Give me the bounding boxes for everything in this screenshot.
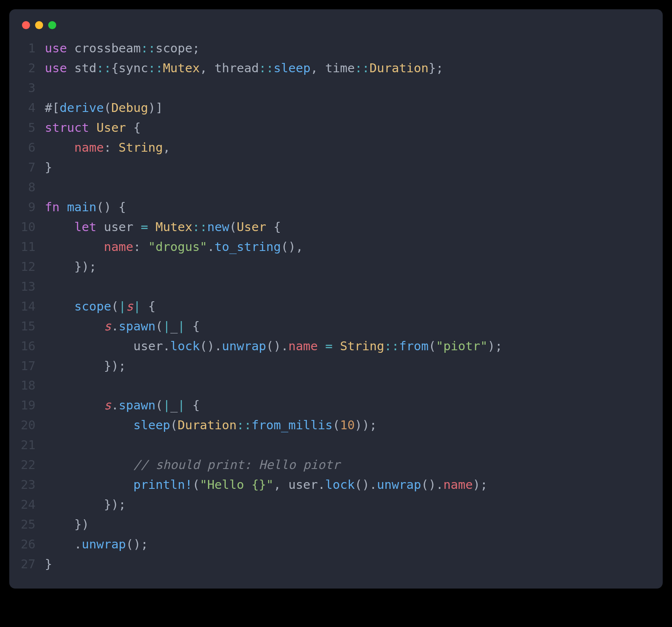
token: crossbeam bbox=[67, 41, 141, 55]
code-line[interactable]: 4#[derive(Debug)] bbox=[9, 98, 663, 118]
close-icon[interactable] bbox=[22, 21, 30, 29]
code-content: scope(|s| { bbox=[45, 297, 156, 316]
token: :: bbox=[237, 418, 251, 432]
token: }); bbox=[45, 259, 96, 274]
token: :: bbox=[96, 61, 111, 75]
code-content: // should print: Hello piotr bbox=[45, 455, 340, 475]
line-number: 5 bbox=[9, 118, 45, 138]
token: User bbox=[96, 120, 126, 135]
code-line[interactable]: 12 }); bbox=[9, 257, 663, 277]
token: main bbox=[67, 200, 96, 214]
line-number: 2 bbox=[9, 58, 45, 78]
code-line[interactable]: 6 name: String, bbox=[9, 138, 663, 158]
token: from bbox=[399, 339, 429, 353]
line-number: 14 bbox=[9, 297, 45, 316]
code-line[interactable]: 8 bbox=[9, 177, 663, 197]
code-line[interactable]: 11 name: "drogus".to_string(), bbox=[9, 237, 663, 257]
token: 10 bbox=[340, 418, 355, 432]
code-line[interactable]: 20 sleep(Duration::from_millis(10)); bbox=[9, 415, 663, 435]
token: )] bbox=[148, 101, 163, 115]
token: name bbox=[288, 339, 318, 353]
token: | bbox=[134, 299, 141, 314]
token: user bbox=[96, 220, 141, 234]
token: :: bbox=[355, 61, 369, 75]
token bbox=[45, 319, 104, 333]
code-line[interactable]: 13 bbox=[9, 277, 663, 297]
token: = bbox=[325, 339, 333, 353]
line-number: 7 bbox=[9, 158, 45, 177]
token: = bbox=[141, 220, 148, 234]
line-number: 1 bbox=[9, 38, 45, 58]
code-content: } bbox=[45, 158, 52, 177]
token: }); bbox=[45, 359, 126, 373]
token: unwrap bbox=[222, 339, 266, 353]
token: ); bbox=[488, 339, 503, 353]
code-line[interactable]: 14 scope(|s| { bbox=[9, 297, 663, 316]
code-line[interactable]: 22 // should print: Hello piotr bbox=[9, 455, 663, 475]
code-content: sleep(Duration::from_millis(10)); bbox=[45, 415, 377, 435]
line-number: 15 bbox=[9, 316, 45, 336]
code-line[interactable]: 1use crossbeam::scope; bbox=[9, 38, 663, 58]
token: , bbox=[163, 140, 170, 155]
code-line[interactable]: 19 s.spawn(|_| { bbox=[9, 395, 663, 415]
token: (). bbox=[421, 477, 443, 492]
line-number: 17 bbox=[9, 356, 45, 376]
code-editor[interactable]: 1use crossbeam::scope;2use std::{sync::M… bbox=[9, 38, 663, 574]
code-line[interactable]: 3 bbox=[9, 78, 663, 98]
code-line[interactable]: 21 bbox=[9, 435, 663, 455]
token: }); bbox=[45, 497, 126, 512]
token: #[ bbox=[45, 101, 60, 115]
token: ( bbox=[104, 101, 111, 115]
token: unwrap bbox=[82, 537, 126, 551]
code-content: struct User { bbox=[45, 118, 141, 138]
code-line[interactable]: 9fn main() { bbox=[9, 197, 663, 217]
code-window: 1use crossbeam::scope;2use std::{sync::M… bbox=[9, 9, 663, 589]
minimize-icon[interactable] bbox=[35, 21, 43, 29]
token: Duration bbox=[369, 61, 429, 75]
token: {sync bbox=[111, 61, 148, 75]
line-number: 3 bbox=[9, 78, 45, 98]
zoom-icon[interactable] bbox=[48, 21, 56, 29]
code-line[interactable]: 16 user.lock().unwrap().name = String::f… bbox=[9, 336, 663, 356]
code-line[interactable]: 23 println!("Hello {}", user.lock().unwr… bbox=[9, 475, 663, 495]
code-line[interactable]: 25 }) bbox=[9, 515, 663, 534]
code-line[interactable]: 26 .unwrap(); bbox=[9, 534, 663, 554]
token: "piotr" bbox=[436, 339, 487, 353]
code-content: use std::{sync::Mutex, thread::sleep, ti… bbox=[45, 58, 443, 78]
token bbox=[45, 140, 74, 155]
code-line[interactable]: 2use std::{sync::Mutex, thread::sleep, t… bbox=[9, 58, 663, 78]
code-line[interactable]: 15 s.spawn(|_| { bbox=[9, 316, 663, 336]
token: :: bbox=[192, 220, 207, 234]
token: )); bbox=[355, 418, 377, 432]
code-line[interactable]: 10 let user = Mutex::new(User { bbox=[9, 217, 663, 237]
code-content: .unwrap(); bbox=[45, 534, 148, 554]
token: (). bbox=[355, 477, 377, 492]
code-line[interactable]: 7} bbox=[9, 158, 663, 177]
code-content: }) bbox=[45, 515, 89, 534]
token: ); bbox=[473, 477, 488, 492]
code-content bbox=[45, 435, 52, 455]
code-line[interactable]: 27} bbox=[9, 554, 663, 574]
code-line[interactable]: 5struct User { bbox=[9, 118, 663, 138]
token: ( bbox=[156, 319, 163, 333]
token: (). bbox=[266, 339, 288, 353]
line-number: 6 bbox=[9, 138, 45, 158]
token: :: bbox=[141, 41, 156, 55]
token: } bbox=[45, 160, 52, 174]
code-line[interactable]: 17 }); bbox=[9, 356, 663, 376]
token: | bbox=[178, 319, 185, 333]
code-content: } bbox=[45, 554, 52, 574]
code-content bbox=[45, 78, 52, 98]
token: Mutex bbox=[163, 61, 199, 75]
code-content: let user = Mutex::new(User { bbox=[45, 217, 281, 237]
token bbox=[45, 240, 104, 254]
token: }) bbox=[45, 517, 89, 532]
token bbox=[89, 120, 96, 135]
token: scope bbox=[74, 299, 111, 314]
token: ( bbox=[229, 220, 237, 234]
code-line[interactable]: 24 }); bbox=[9, 495, 663, 515]
code-line[interactable]: 18 bbox=[9, 376, 663, 395]
token bbox=[148, 220, 155, 234]
window-titlebar bbox=[9, 21, 663, 38]
token: :: bbox=[148, 61, 163, 75]
